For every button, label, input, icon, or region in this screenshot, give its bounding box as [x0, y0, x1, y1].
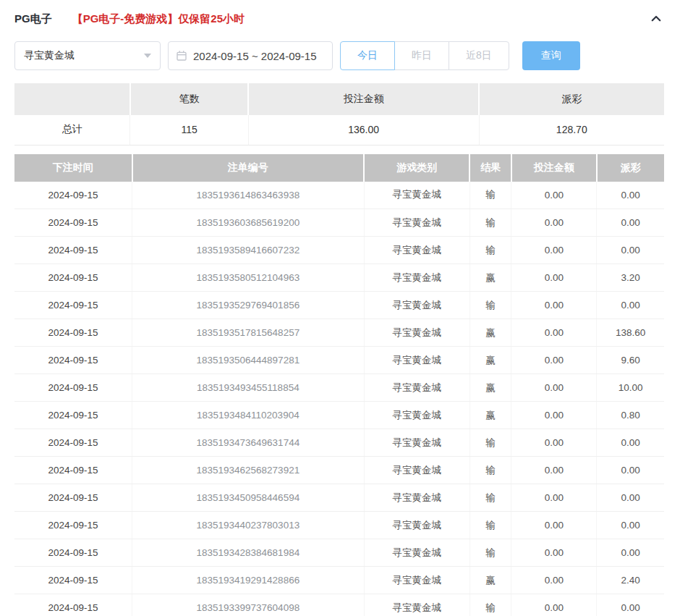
cell-bet-amount: 0.00	[511, 567, 597, 594]
cell-game-type: 寻宝黄金城	[364, 347, 469, 374]
cell-bet-time: 2024-09-15	[14, 319, 132, 347]
cell-bet-amount: 0.00	[511, 374, 597, 402]
cell-bet-time: 2024-09-15	[14, 429, 132, 457]
table-row: 2024-09-15 1835193428384681984 寻宝黄金城 输 0…	[14, 539, 664, 567]
cell-bet-id: 1835193440237803013	[132, 512, 365, 539]
cell-bet-id: 1835193506444897281	[132, 347, 365, 374]
records-header-row: 下注时间 注单编号 游戏类别 结果 投注金额 派彩	[14, 154, 664, 182]
date-range-value: 2024-09-15 ~ 2024-09-15	[193, 50, 317, 62]
cell-result: 输	[469, 484, 511, 512]
cell-bet-amount: 0.00	[511, 237, 597, 264]
cell-result: 输	[469, 209, 511, 237]
summary-header-payout: 派彩	[479, 83, 664, 115]
summary-total-bet: 136.00	[248, 115, 479, 145]
cell-game-type: 寻宝黄金城	[364, 457, 469, 484]
cell-payout: 0.00	[597, 429, 664, 457]
table-row: 2024-09-15 1835193517815648257 寻宝黄金城 赢 0…	[14, 319, 664, 347]
cell-bet-id: 1835193589416607232	[132, 237, 365, 264]
cell-bet-time: 2024-09-15	[14, 292, 132, 319]
col-bet-id: 注单编号	[132, 154, 365, 182]
cell-bet-amount: 0.00	[511, 347, 597, 374]
summary-total-row: 总计 115 136.00 128.70	[14, 115, 664, 145]
cell-bet-time: 2024-09-15	[14, 567, 132, 594]
cell-payout: 0.00	[597, 594, 664, 616]
cell-payout: 3.20	[597, 264, 664, 292]
collapse-panel-button[interactable]	[648, 11, 664, 27]
col-result: 结果	[469, 154, 511, 182]
col-bet-amount: 投注金额	[511, 154, 597, 182]
summary-header-blank	[14, 83, 130, 115]
summary-header-row: 笔数 投注金额 派彩	[14, 83, 664, 115]
cell-game-type: 寻宝黄金城	[364, 402, 469, 429]
cell-result: 赢	[469, 374, 511, 402]
table-row: 2024-09-15 1835193614863463938 寻宝黄金城 输 0…	[14, 182, 664, 209]
cell-payout: 0.00	[597, 512, 664, 539]
calendar-icon	[176, 50, 187, 62]
table-row: 2024-09-15 1835193473649631744 寻宝黄金城 输 0…	[14, 429, 664, 457]
quick-range-today[interactable]: 今日	[340, 41, 395, 70]
cell-bet-amount: 0.00	[511, 457, 597, 484]
cell-game-type: 寻宝黄金城	[364, 182, 469, 209]
search-button[interactable]: 查询	[522, 41, 580, 70]
cell-payout: 0.00	[597, 237, 664, 264]
cell-bet-time: 2024-09-15	[14, 484, 132, 512]
cell-result: 输	[469, 182, 511, 209]
cell-payout: 10.00	[597, 374, 664, 402]
cell-game-type: 寻宝黄金城	[364, 237, 469, 264]
quick-range-last8days[interactable]: 近8日	[449, 41, 509, 70]
quick-range-yesterday[interactable]: 昨日	[394, 41, 449, 70]
summary-total-label: 总计	[14, 115, 130, 145]
cell-bet-amount: 0.00	[511, 429, 597, 457]
chevron-down-icon	[144, 54, 151, 58]
cell-game-type: 寻宝黄金城	[364, 512, 469, 539]
summary-header-count: 笔数	[130, 83, 248, 115]
table-row: 2024-09-15 1835193419291428866 寻宝黄金城 赢 0…	[14, 567, 664, 594]
cell-bet-amount: 0.00	[511, 264, 597, 292]
cell-bet-id: 1835193517815648257	[132, 319, 365, 347]
cell-game-type: 寻宝黄金城	[364, 209, 469, 237]
cell-bet-time: 2024-09-15	[14, 264, 132, 292]
table-row: 2024-09-15 1835193462568273921 寻宝黄金城 输 0…	[14, 457, 664, 484]
cell-bet-time: 2024-09-15	[14, 182, 132, 209]
cell-game-type: 寻宝黄金城	[364, 484, 469, 512]
records-body: 2024-09-15 1835193614863463938 寻宝黄金城 输 0…	[14, 182, 664, 616]
cell-result: 赢	[469, 319, 511, 347]
table-row: 2024-09-15 1835193399737604098 寻宝黄金城 输 0…	[14, 594, 664, 616]
cell-payout: 0.00	[597, 484, 664, 512]
table-row: 2024-09-15 1835193603685619200 寻宝黄金城 输 0…	[14, 209, 664, 237]
summary-total-count: 115	[130, 115, 248, 145]
cell-bet-time: 2024-09-15	[14, 347, 132, 374]
cell-bet-id: 1835193399737604098	[132, 594, 365, 616]
summary-total-payout: 128.70	[479, 115, 664, 145]
table-row: 2024-09-15 1835193450958446594 寻宝黄金城 输 0…	[14, 484, 664, 512]
date-range-input[interactable]: 2024-09-15 ~ 2024-09-15	[168, 41, 333, 70]
col-payout: 派彩	[597, 154, 664, 182]
cell-bet-time: 2024-09-15	[14, 594, 132, 616]
game-select[interactable]: 寻宝黄金城	[14, 41, 161, 70]
cell-result: 输	[469, 512, 511, 539]
cell-bet-time: 2024-09-15	[14, 512, 132, 539]
cell-payout: 0.00	[597, 292, 664, 319]
cell-bet-amount: 0.00	[511, 402, 597, 429]
cell-bet-id: 1835193493455118854	[132, 374, 365, 402]
filter-bar: 寻宝黄金城 2024-09-15 ~ 2024-09-15 今日 昨日 近8日 …	[14, 41, 664, 70]
cell-bet-amount: 0.00	[511, 292, 597, 319]
cell-bet-time: 2024-09-15	[14, 237, 132, 264]
cell-result: 输	[469, 429, 511, 457]
cell-result: 赢	[469, 567, 511, 594]
table-row: 2024-09-15 1835193506444897281 寻宝黄金城 赢 0…	[14, 347, 664, 374]
cell-game-type: 寻宝黄金城	[364, 539, 469, 567]
cell-result: 输	[469, 539, 511, 567]
cell-game-type: 寻宝黄金城	[364, 319, 469, 347]
table-row: 2024-09-15 1835193440237803013 寻宝黄金城 输 0…	[14, 512, 664, 539]
cell-payout: 138.60	[597, 319, 664, 347]
cell-game-type: 寻宝黄金城	[364, 429, 469, 457]
cell-payout: 0.00	[597, 209, 664, 237]
cell-bet-id: 1835193450958446594	[132, 484, 365, 512]
cell-bet-id: 1835193614863463938	[132, 182, 365, 209]
table-row: 2024-09-15 1835193484110203904 寻宝黄金城 赢 0…	[14, 402, 664, 429]
cell-payout: 0.80	[597, 402, 664, 429]
cell-bet-amount: 0.00	[511, 182, 597, 209]
cell-bet-amount: 0.00	[511, 209, 597, 237]
summary-header-bet-amount: 投注金额	[248, 83, 479, 115]
